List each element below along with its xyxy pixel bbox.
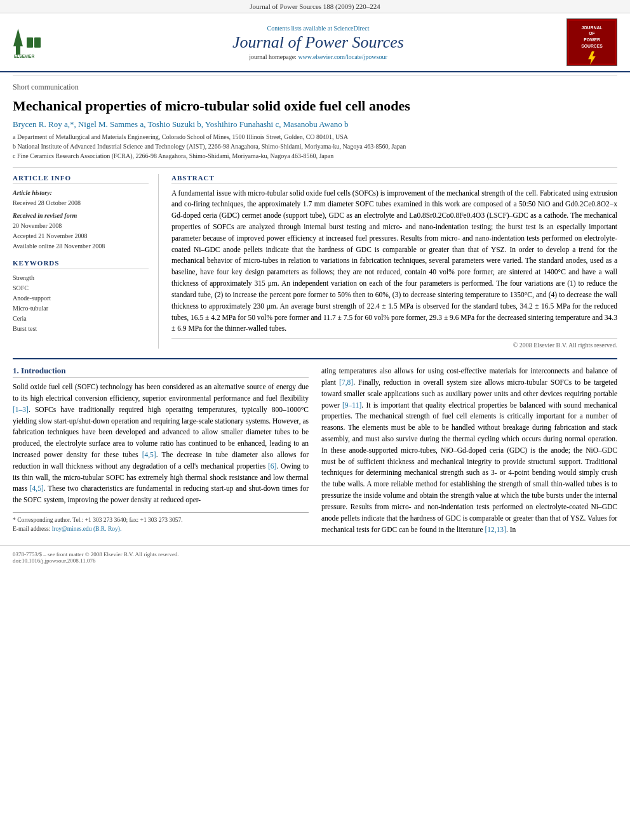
top-bar: Journal of Power Sources 188 (2009) 220–… [0, 0, 630, 13]
available-date: Available online 28 November 2008 [13, 241, 149, 251]
copyright-line: © 2008 Elsevier B.V. All rights reserved… [171, 338, 617, 349]
footnote-star-text: * Corresponding author. Tel.: +1 303 273… [13, 517, 183, 523]
svg-text:JOURNAL: JOURNAL [582, 25, 603, 30]
elsevier-logo: ELSEVIER [13, 23, 70, 58]
email-label: E-mail address: [13, 526, 50, 532]
abstract-text: A fundamental issue with micro-tubular s… [171, 188, 617, 335]
accepted-date: Accepted 21 November 2008 [13, 231, 149, 241]
ref-7-8: [7,8] [339, 378, 353, 386]
affiliation-c: c Fine Ceramics Research Association (FC… [13, 151, 617, 161]
journal-header-center: Contents lists available at ScienceDirec… [70, 25, 566, 60]
svg-marker-1 [13, 29, 23, 46]
keywords-section: Strength SOFC Anode-support Micro-tubula… [13, 273, 149, 334]
homepage-line: journal homepage: www.elsevier.com/locat… [70, 53, 566, 60]
authors: Brycen R. Roy a,*, Nigel M. Sammes a, To… [13, 119, 617, 130]
body-right-column: ating temperatures also allows for using… [321, 366, 617, 539]
svg-text:ELSEVIER: ELSEVIER [14, 54, 34, 58]
keyword-6: Burst test [13, 324, 149, 334]
footnote-divider: * Corresponding author. Tel.: +1 303 273… [13, 512, 309, 534]
homepage-url[interactable]: www.elsevier.com/locate/jpowsour [298, 53, 387, 60]
page-footer: 0378-7753/$ – see front matter © 2008 El… [0, 545, 630, 566]
footer-doi: doi:10.1016/j.jpowsour.2008.11.076 [13, 557, 617, 564]
keywords-label: Keywords [13, 259, 149, 269]
ref-4-5: [4,5] [142, 451, 156, 458]
homepage-label: journal homepage: [249, 53, 297, 60]
ref-12-13: [12,13] [485, 526, 506, 533]
article-title: Mechanical properties of micro-tubular s… [13, 97, 617, 116]
svg-text:SOURCES: SOURCES [581, 44, 603, 48]
intro-para-1: Solid oxide fuel cell (SOFC) technology … [13, 382, 309, 506]
affiliation-b: b National Institute of Advanced Industr… [13, 142, 617, 151]
history-label: Article history: [13, 188, 149, 198]
received-date: Received 28 October 2008 [13, 198, 149, 208]
main-content: Short communication Mechanical propertie… [0, 76, 630, 539]
footer-issn: 0378-7753/$ – see front matter © 2008 El… [13, 551, 617, 557]
sciencedirect-link[interactable]: Contents lists available at ScienceDirec… [70, 25, 566, 32]
revised-date: 20 November 2008 [13, 221, 149, 231]
keyword-1: Strength [13, 273, 149, 283]
email-link[interactable]: lroy@mines.edu (B.R. Roy). [52, 526, 122, 532]
body-content: 1. Introduction Solid oxide fuel cell (S… [13, 358, 617, 539]
keyword-2: SOFC [13, 283, 149, 293]
journal-reference: Journal of Power Sources 188 (2009) 220–… [250, 3, 380, 10]
section1-title: Introduction [21, 366, 66, 375]
ref-6: [6] [268, 462, 276, 470]
article-info-label: Article Info [13, 174, 149, 184]
affiliation-a: a Department of Metallurgical and Materi… [13, 132, 617, 142]
journal-logo-image: JOURNAL OF POWER SOURCES [566, 18, 617, 66]
svg-rect-2 [27, 37, 33, 48]
section1-heading: 1. Introduction [13, 366, 309, 378]
ref-1-3: [1–3] [13, 406, 29, 413]
keyword-4: Micro-tubular [13, 303, 149, 314]
section1-number: 1. [13, 366, 19, 375]
ref-4-5b: [4,5] [30, 484, 44, 492]
svg-text:POWER: POWER [584, 37, 600, 42]
affiliations: a Department of Metallurgical and Materi… [13, 132, 617, 161]
ref-9-11: [9–11] [342, 401, 361, 409]
abstract-label: Abstract [171, 174, 617, 184]
svg-text:OF: OF [589, 31, 594, 36]
intro-para-2: ating temperatures also allows for using… [321, 366, 617, 535]
author-list: Brycen R. Roy a,*, Nigel M. Sammes a, To… [13, 119, 348, 129]
article-info-abstract-section: Article Info Article history: Received 2… [13, 167, 617, 349]
article-history: Article history: Received 28 October 200… [13, 188, 149, 251]
elsevier-logo-container: ELSEVIER [13, 23, 70, 61]
left-column: Article Info Article history: Received 2… [13, 174, 159, 349]
journal-title: Journal of Power Sources [70, 33, 566, 52]
svg-rect-3 [34, 37, 41, 48]
keyword-3: Anode-support [13, 293, 149, 303]
article-type: Short communication [13, 76, 617, 93]
body-left-column: 1. Introduction Solid oxide fuel cell (S… [13, 366, 309, 539]
contents-label: Contents lists available at ScienceDirec… [267, 25, 369, 32]
right-column: Abstract A fundamental issue with micro-… [171, 174, 617, 349]
svg-rect-0 [16, 46, 20, 55]
footnote-text: * Corresponding author. Tel.: +1 303 273… [13, 516, 309, 534]
journal-header: ELSEVIER Contents lists available at Sci… [0, 13, 630, 72]
revised-label: Received in revised form [13, 211, 149, 221]
keyword-5: Ceria [13, 314, 149, 324]
